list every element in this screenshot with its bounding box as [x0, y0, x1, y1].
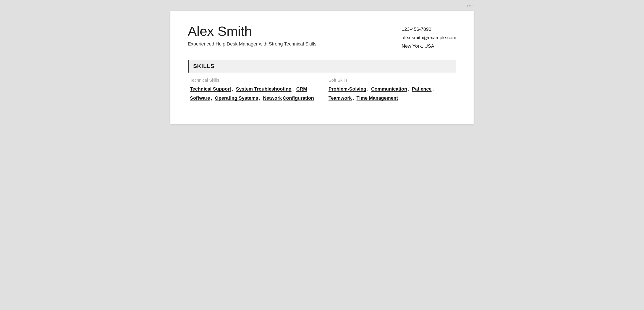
skills-section: SKILLS Technical Skills Technical Suppor… [188, 60, 456, 104]
sep3: , [211, 95, 212, 101]
skill-technical-support: Technical Support [190, 86, 231, 92]
header-section: Alex Smith Experienced Help Desk Manager… [188, 24, 456, 51]
skills-grid: Technical Skills Technical Support, Syst… [188, 78, 456, 104]
sep1: , [232, 86, 233, 92]
skill-software: Software [190, 95, 210, 101]
sep6: , [408, 86, 409, 92]
skill-system-troubleshooting: System Troubleshooting [236, 86, 292, 92]
skill-configuration: Configuration [282, 95, 314, 101]
resume-page: Alex Smith Experienced Help Desk Manager… [170, 11, 474, 124]
skill-crm: CRM [296, 86, 307, 92]
sep8: , [352, 95, 354, 101]
header-left: Alex Smith Experienced Help Desk Manager… [188, 24, 393, 47]
skill-network: Network [263, 95, 282, 101]
technical-skills-list: Technical Support, System Troubleshootin… [190, 86, 316, 104]
sep7: , [432, 86, 434, 92]
technical-skills-label: Technical Skills [190, 78, 316, 83]
skills-section-header: SKILLS [188, 60, 456, 73]
candidate-title: Experienced Help Desk Manager with Stron… [188, 41, 393, 47]
header-right: 123-456-7890 alex.smith@example.com New … [402, 24, 456, 51]
sep2: , [292, 86, 294, 92]
page-counter: 1 of 1 [466, 4, 474, 8]
skill-communication: Communication [371, 86, 407, 92]
soft-skills-column: Soft Skills Problem-Solving, Communicati… [328, 78, 454, 104]
technical-skills-column: Technical Skills Technical Support, Syst… [190, 78, 316, 104]
skill-time-management: Time Management [356, 95, 398, 101]
candidate-name: Alex Smith [188, 24, 393, 39]
email: alex.smith@example.com [402, 35, 456, 41]
sep5: , [367, 86, 368, 92]
phone: 123-456-7890 [402, 26, 456, 33]
skills-section-title: SKILLS [189, 60, 219, 73]
skill-operating-systems: Operating Systems [215, 95, 258, 101]
skill-patience: Patience [412, 86, 432, 92]
location: New York, USA [402, 43, 456, 50]
soft-skills-list: Problem-Solving, Communication, Patience… [328, 86, 454, 104]
sep4: , [259, 95, 260, 101]
page-wrapper: 1 of 1 Alex Smith Experienced Help Desk … [170, 4, 474, 124]
skill-teamwork: Teamwork [328, 95, 352, 101]
skill-problem-solving: Problem-Solving [328, 86, 366, 92]
soft-skills-label: Soft Skills [328, 78, 454, 83]
